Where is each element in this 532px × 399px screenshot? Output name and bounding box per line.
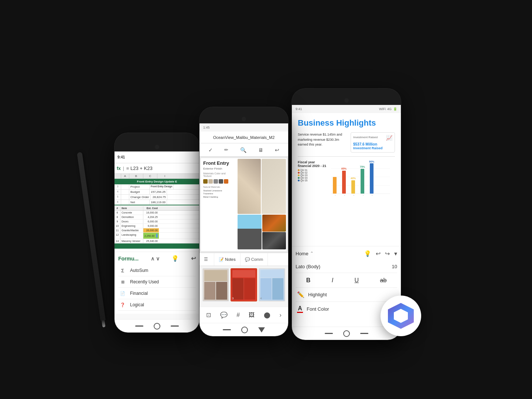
table-icon[interactable]: #: [236, 312, 240, 318]
nav-recents-icon[interactable]: [171, 325, 179, 327]
nav-home-icon[interactable]: [154, 323, 160, 330]
legend-q5: Qtr 05: [298, 179, 327, 182]
excel-data-row-2: 4 Budget 157,294.25: [115, 190, 200, 195]
ppt-notes-toolbar: ☰ 📝 Notes 💬 Comm: [200, 253, 288, 266]
bar-pct-q4: 75%: [360, 166, 365, 168]
thumb-num-3: 3: [232, 297, 233, 300]
word-fiscal-section: Fiscal year financial 2020 - 21 Qtr 01 Q…: [298, 160, 395, 195]
bar-pct-q1: 50%: [332, 174, 338, 176]
legend-q3: Qtr 03: [298, 174, 327, 177]
bold-button[interactable]: B: [303, 276, 314, 285]
camera-excel: [155, 145, 159, 149]
ppt-undo-icon[interactable]: ↩: [275, 147, 279, 153]
axis-q3: q3: [352, 195, 355, 195]
thumb-slide-2[interactable]: 2: [202, 268, 229, 301]
excel-menu-logical[interactable]: ❓ Logical: [118, 299, 196, 311]
nav-back-icon[interactable]: [135, 325, 143, 327]
word-redo-icon[interactable]: ↪: [385, 250, 390, 257]
invest-card: Investment Raised 📈 $537.6 Million Inves…: [351, 132, 395, 153]
word-document: Business Highlights Service revenue $1.1…: [292, 113, 401, 246]
excel-menu-autosum[interactable]: Σ AutoSum: [118, 265, 196, 276]
ms365-hex-inner: [394, 309, 408, 323]
ms365-logo-inner: [388, 303, 414, 329]
cost-row-landscaping: 12 Landscaping 2,250.00: [115, 233, 200, 239]
ppt-tab-comments[interactable]: 💬 Comm: [241, 253, 268, 266]
text-box-icon[interactable]: 💬: [220, 311, 228, 318]
phone-excel: 9:41 fx | = L23 + K23 A B C I Front Ent: [115, 133, 200, 332]
word-nav-back[interactable]: [325, 333, 333, 334]
excel-bottom-toolbar: Formu... ∧ ∨ 💡 ↩ Σ AutoSum ⊞ Recently Us…: [115, 252, 200, 314]
thumb-slide-3[interactable]: 3: [231, 268, 257, 301]
word-undo-icon[interactable]: ↩: [376, 250, 381, 257]
slide-colors-label: Materials Color and Texture: [203, 172, 235, 177]
more-icon[interactable]: ›: [279, 312, 281, 318]
excel-menu-recently-used[interactable]: ⊞ Recently Used: [118, 276, 196, 288]
shapes-icon[interactable]: ⬤: [264, 311, 270, 318]
word-title-highlight: Highlights: [336, 118, 376, 127]
fiscal-legend: Qtr 01 Qtr 02 Qtr 03 Qtr 04 Qtr 05: [298, 169, 327, 182]
signal-icon: 4G: [387, 107, 392, 111]
slide-img-texture: [238, 159, 260, 214]
bar-q2: [342, 171, 346, 194]
word-nav-recents[interactable]: [360, 333, 368, 334]
ppt-toolbar: ✓ ✏ 🔍 🖥 ↩: [200, 143, 288, 157]
italic-button[interactable]: I: [329, 276, 336, 285]
check-icon[interactable]: ✓: [208, 147, 213, 153]
slide-img-bot: [238, 215, 286, 249]
excel-formula-sep: |: [123, 166, 124, 171]
undo-icon[interactable]: ↩: [191, 255, 196, 262]
underline-button[interactable]: U: [352, 276, 362, 285]
ppt-search-icon[interactable]: 🔍: [240, 147, 246, 153]
invest-label: Investment Raised: [353, 146, 392, 150]
excel-spreadsheet: A B C I Front Entry Design Update E 3 Pr…: [115, 174, 200, 252]
excel-menu-financial[interactable]: 📄 Financial: [118, 288, 196, 299]
ppt-nav-back[interactable]: [223, 329, 231, 330]
word-doc-title: Business Highlights: [298, 118, 395, 128]
ms365-hex: [388, 303, 414, 329]
legend-q4: Qtr 04: [298, 177, 327, 179]
lightbulb-icon[interactable]: 💡: [171, 255, 179, 262]
down-arrow-icon[interactable]: ∨: [156, 256, 160, 262]
bar-chart-svg: 50% 65% 40% 75% 90% q1: [331, 160, 395, 195]
image-icon[interactable]: 🖼: [249, 312, 255, 318]
bar-q4: [361, 169, 364, 194]
word-text-block: Service revenue $1.145m and marketing re…: [298, 132, 346, 153]
word-format-row: B I U ab: [296, 273, 397, 288]
home-button[interactable]: Home ⌃: [296, 251, 314, 256]
slide-content: Front Entry Exterior Finish Materials Co…: [201, 158, 287, 251]
camera-word: [344, 98, 349, 103]
swatch-dark: [219, 179, 223, 184]
autosum-label: AutoSum: [130, 268, 148, 273]
battery-icon: 🔋: [393, 107, 397, 111]
word-more-icon[interactable]: ▾: [394, 250, 397, 257]
monitor-icon[interactable]: 🖥: [258, 147, 263, 153]
axis-q4: q4: [361, 195, 364, 195]
slide-layout-icon[interactable]: ⊡: [206, 311, 211, 318]
word-font-row: Lato (Body) 10: [296, 260, 397, 273]
axis-q2: q2: [343, 195, 345, 195]
legend-q2: Qtr 02: [298, 171, 327, 174]
cost-row-doors: 9 Doors 6,000.00: [115, 219, 200, 224]
strikethrough-button[interactable]: ab: [377, 276, 390, 285]
word-divider: [298, 156, 395, 157]
slide-left: Front Entry Exterior Finish Materials Co…: [201, 158, 237, 251]
cost-row-masonry: 14 Masonry Veneer 25,340.00: [115, 239, 200, 243]
up-arrow-icon[interactable]: ∧: [151, 256, 154, 262]
ppt-nav-home[interactable]: [241, 327, 248, 333]
word-nav-bar: [292, 327, 401, 340]
excel-toolbar-label: Formu...: [118, 256, 139, 262]
ppt-notes-icon: ☰: [200, 253, 214, 266]
thumb-slide-4[interactable]: 4: [259, 268, 285, 301]
word-lightbulb-icon[interactable]: 💡: [364, 250, 371, 257]
ppt-tab-notes[interactable]: 📝 Notes: [214, 253, 241, 266]
slide-subtitle: Exterior Finish: [203, 167, 235, 170]
col-header-c: C: [143, 174, 157, 178]
word-nav-home[interactable]: [343, 330, 350, 337]
slide-img-house: [238, 215, 261, 249]
slide-materials-list: Stacked Limestone Travertine Metal Cladd…: [203, 189, 235, 198]
ppt-screen: 1:45 OceanView_Malibu_Materials_M2 ✓ ✏ 🔍…: [200, 123, 288, 323]
pencil-icon[interactable]: ✏: [224, 147, 228, 153]
highlight-row[interactable]: ✏️ Highlight: [296, 288, 397, 302]
excel-toolbar-arrows[interactable]: ∧ ∨: [151, 256, 160, 262]
ppt-nav-back2[interactable]: [258, 327, 265, 332]
